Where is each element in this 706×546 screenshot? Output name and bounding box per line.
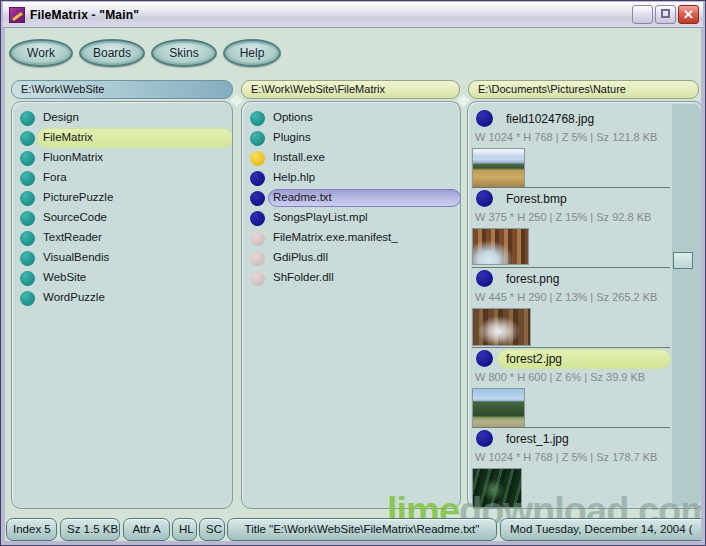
image-thumbnail-forest2[interactable] <box>472 388 525 428</box>
image-metadata: W 1024 * H 768 | Z 5% | Sz 178.7 KB <box>475 451 657 463</box>
file-label: FileMatrix <box>43 131 93 143</box>
image-panel-right: field1024768.jpgW 1024 * H 768 | Z 5% | … <box>467 101 701 509</box>
file-label: Install.exe <box>273 151 325 163</box>
image-thumbnail-field[interactable] <box>472 148 525 188</box>
image-thumbnail-forest1[interactable] <box>472 468 522 508</box>
file-bullet-icon <box>250 171 265 186</box>
list-item[interactable]: Readme.txt <box>242 188 460 208</box>
path-bar-left[interactable]: E:\Work\WebSite <box>11 80 233 99</box>
list-item[interactable]: Plugins <box>242 128 460 148</box>
list-item[interactable]: WordPuzzle <box>12 288 232 308</box>
status-size[interactable]: Sz 1.5 KB <box>60 518 120 541</box>
file-label: Readme.txt <box>273 191 332 203</box>
menu-button-boards[interactable]: Boards <box>79 39 145 67</box>
list-item[interactable]: Help.hlp <box>242 168 460 188</box>
file-bullet-icon <box>20 111 35 126</box>
file-label: Plugins <box>273 131 311 143</box>
file-bullet-icon <box>250 111 265 126</box>
status-attributes[interactable]: Attr A <box>123 518 170 541</box>
menu-button-work[interactable]: Work <box>9 39 73 67</box>
title-bar[interactable]: FileMatrix - "Main" ✕ <box>3 2 703 28</box>
close-button[interactable]: ✕ <box>678 5 699 24</box>
status-modified[interactable]: Mod Tuesday, December 14, 2004 ( <box>500 518 701 541</box>
file-bullet-icon <box>20 231 35 246</box>
list-item[interactable]: FileMatrix.exe.manifest_ <box>242 228 460 248</box>
path-bar-right[interactable]: E:\Documents\Pictures\Nature <box>468 80 699 99</box>
file-label: Fora <box>43 171 67 183</box>
image-name: forest.png <box>506 272 559 286</box>
entry-separator <box>472 347 670 348</box>
file-bullet-icon <box>20 171 35 186</box>
image-name: forest2.jpg <box>506 352 562 366</box>
file-label: FluonMatrix <box>43 151 103 163</box>
file-label: VisualBendis <box>43 251 109 263</box>
list-item[interactable]: FileMatrix <box>12 128 232 148</box>
list-item[interactable]: SourceCode <box>12 208 232 228</box>
junction-ornament <box>230 94 243 107</box>
image-bullet-icon <box>476 350 493 367</box>
file-label: PicturePuzzle <box>43 191 113 203</box>
file-label: TextReader <box>43 231 102 243</box>
list-item[interactable]: VisualBendis <box>12 248 232 268</box>
menu-button-skins[interactable]: Skins <box>151 39 217 67</box>
file-label: Design <box>43 111 79 123</box>
file-panel-middle: OptionsPluginsInstall.exeHelp.hlpReadme.… <box>241 101 461 509</box>
list-item[interactable]: WebSite <box>12 268 232 288</box>
list-item[interactable]: Install.exe <box>242 148 460 168</box>
minimize-button[interactable] <box>632 5 653 24</box>
image-entry[interactable]: forest_1.jpgW 1024 * H 768 | Z 5% | Sz 1… <box>468 428 672 508</box>
list-item[interactable]: FluonMatrix <box>12 148 232 168</box>
file-label: GdiPlus.dll <box>273 251 328 263</box>
scrollbar-thumb[interactable] <box>673 252 693 269</box>
file-label: SongsPlayList.mpl <box>273 211 368 223</box>
file-bullet-icon <box>20 131 35 146</box>
list-item[interactable]: GdiPlus.dll <box>242 248 460 268</box>
file-bullet-icon <box>250 131 265 146</box>
image-entry[interactable]: field1024768.jpgW 1024 * H 768 | Z 5% | … <box>468 108 672 188</box>
file-label: Help.hlp <box>273 171 315 183</box>
file-label: SourceCode <box>43 211 107 223</box>
list-item[interactable]: Design <box>12 108 232 128</box>
list-item[interactable]: ShFolder.dll <box>242 268 460 288</box>
list-item[interactable]: PicturePuzzle <box>12 188 232 208</box>
menu-button-help[interactable]: Help <box>223 39 281 67</box>
image-thumbnail-forestpng[interactable] <box>472 308 531 346</box>
file-label: FileMatrix.exe.manifest_ <box>273 231 398 243</box>
image-metadata: W 1024 * H 768 | Z 5% | Sz 121.8 KB <box>475 131 657 143</box>
file-bullet-icon <box>20 251 35 266</box>
list-item[interactable]: Options <box>242 108 460 128</box>
image-entry[interactable]: Forest.bmpW 375 * H 250 | Z 15% | Sz 92.… <box>468 188 672 268</box>
file-label: Options <box>273 111 313 123</box>
app-icon <box>9 7 25 23</box>
file-bullet-icon <box>250 211 265 226</box>
file-bullet-icon <box>20 211 35 226</box>
file-bullet-icon <box>250 231 265 246</box>
folder-panel-left: DesignFileMatrixFluonMatrixForaPicturePu… <box>11 101 233 509</box>
file-bullet-icon <box>250 191 265 206</box>
list-item[interactable]: TextReader <box>12 228 232 248</box>
image-name: field1024768.jpg <box>506 112 594 126</box>
file-bullet-icon <box>20 291 35 306</box>
status-title[interactable]: Title "E:\Work\WebSite\FileMatrix\Readme… <box>227 518 497 541</box>
file-label: WordPuzzle <box>43 291 105 303</box>
image-metadata: W 800 * H 600 | Z 6% | Sz 39.9 KB <box>475 371 645 383</box>
app-window: FileMatrix - "Main" ✕ Work Boards Skins … <box>0 0 706 546</box>
image-entry[interactable]: forest2.jpgW 800 * H 600 | Z 6% | Sz 39.… <box>468 348 672 428</box>
list-item[interactable]: SongsPlayList.mpl <box>242 208 460 228</box>
file-label: WebSite <box>43 271 86 283</box>
image-bullet-icon <box>476 430 493 447</box>
window-title: FileMatrix - "Main" <box>30 8 139 22</box>
list-item[interactable]: Fora <box>12 168 232 188</box>
file-label: ShFolder.dll <box>273 271 334 283</box>
scrollbar-track[interactable] <box>672 104 701 506</box>
image-entry[interactable]: forest.pngW 445 * H 290 | Z 13% | Sz 265… <box>468 268 672 348</box>
entry-separator <box>472 427 670 428</box>
status-sc-toggle[interactable]: SC <box>199 518 225 541</box>
status-hl-toggle[interactable]: HL <box>172 518 197 541</box>
status-index[interactable]: Index 5 <box>6 518 57 541</box>
image-thumbnail-forestbmp[interactable] <box>472 228 529 265</box>
image-metadata: W 375 * H 250 | Z 15% | Sz 92.8 KB <box>475 211 651 223</box>
maximize-button[interactable] <box>655 5 676 24</box>
image-metadata: W 445 * H 290 | Z 13% | Sz 265.2 KB <box>475 291 657 303</box>
path-bar-middle[interactable]: E:\Work\WebSite\FileMatrix <box>241 80 460 99</box>
